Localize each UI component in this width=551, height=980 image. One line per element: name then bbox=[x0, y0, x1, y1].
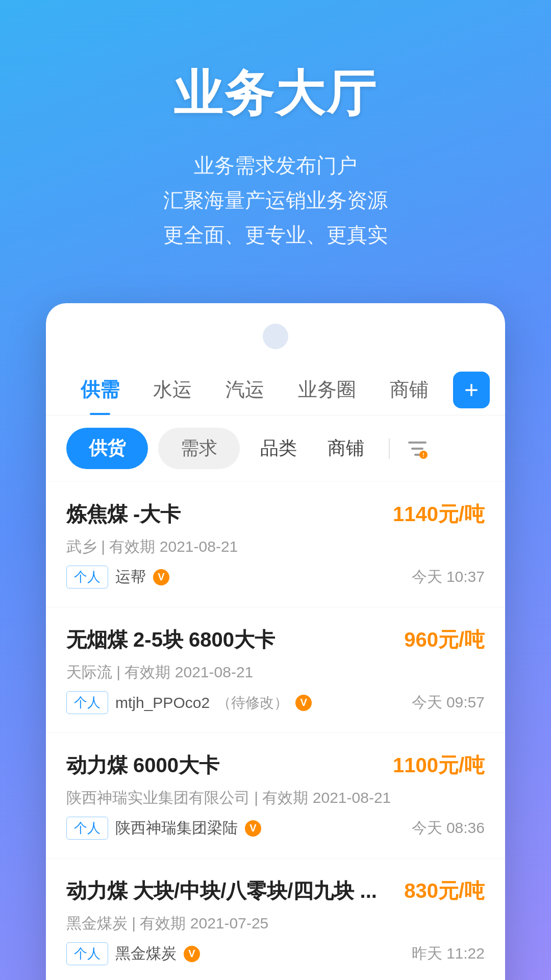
filter-row: 供货 需求 品类 商铺 ! bbox=[46, 415, 505, 482]
card-indicator bbox=[263, 324, 288, 349]
filter-divider bbox=[389, 438, 390, 459]
item-time: 昨天 11:22 bbox=[412, 943, 485, 964]
personal-tag: 个人 bbox=[66, 817, 108, 840]
svg-text:!: ! bbox=[422, 452, 424, 458]
header-section: 业务大厅 业务需求发布门户 汇聚海量产运销业务资源 更全面、更专业、更真实 bbox=[0, 0, 551, 283]
funnel-icon: ! bbox=[406, 437, 429, 460]
personal-tag: 个人 bbox=[66, 566, 108, 589]
tab-supply-demand[interactable]: 供需 bbox=[66, 364, 134, 415]
subtitle: 业务需求发布门户 汇聚海量产运销业务资源 更全面、更专业、更真实 bbox=[31, 148, 520, 252]
svg-rect-1 bbox=[411, 448, 423, 450]
tab-water-transport[interactable]: 水运 bbox=[139, 364, 206, 415]
item-time: 今天 08:36 bbox=[412, 818, 485, 839]
shop-filter-label[interactable]: 商铺 bbox=[317, 428, 374, 469]
item-user: mtjh_PPOco2 bbox=[115, 694, 210, 712]
demand-filter-btn[interactable]: 需求 bbox=[158, 428, 240, 469]
item-meta: 武乡 | 有效期 2021-08-21 bbox=[66, 536, 485, 557]
tab-shop[interactable]: 商铺 bbox=[375, 364, 443, 415]
pending-tag: （待修改） bbox=[217, 693, 288, 713]
v-badge: V bbox=[184, 946, 200, 962]
item-meta: 陕西神瑞实业集团有限公司 | 有效期 2021-08-21 bbox=[66, 788, 485, 808]
item-price: 960元/吨 bbox=[404, 626, 485, 654]
v-badge: V bbox=[245, 820, 261, 837]
item-price: 830元/吨 bbox=[404, 877, 485, 905]
item-time: 今天 09:57 bbox=[412, 692, 485, 713]
personal-tag: 个人 bbox=[66, 942, 108, 965]
item-title: 动力煤 6000大卡 bbox=[66, 751, 383, 779]
tab-business-circle[interactable]: 业务圈 bbox=[284, 364, 370, 415]
subtitle-line1: 业务需求发布门户 bbox=[31, 148, 520, 183]
item-price: 1100元/吨 bbox=[393, 751, 485, 779]
list-content: 炼焦煤 -大卡 1140元/吨 武乡 | 有效期 2021-08-21 个人 运… bbox=[46, 482, 505, 980]
item-user: 黑金煤炭 bbox=[115, 943, 177, 964]
item-meta: 黑金煤炭 | 有效期 2021-07-25 bbox=[66, 913, 485, 934]
item-user: 陕西神瑞集团梁陆 bbox=[115, 818, 238, 839]
subtitle-line2: 汇聚海量产运销业务资源 bbox=[31, 183, 520, 217]
v-badge: V bbox=[295, 695, 312, 711]
item-title: 炼焦煤 -大卡 bbox=[66, 500, 383, 528]
add-button[interactable]: + bbox=[453, 372, 490, 408]
filter-icon-btn[interactable]: ! bbox=[404, 435, 431, 462]
supply-filter-btn[interactable]: 供货 bbox=[66, 428, 148, 469]
main-card: 供需 水运 汽运 业务圈 商铺 + 供货 需求 品类 商铺 ! bbox=[46, 303, 505, 980]
item-time: 今天 10:37 bbox=[412, 567, 485, 587]
item-title: 无烟煤 2-5块 6800大卡 bbox=[66, 626, 394, 654]
item-meta: 天际流 | 有效期 2021-08-21 bbox=[66, 662, 485, 683]
list-item[interactable]: 炼焦煤 -大卡 1140元/吨 武乡 | 有效期 2021-08-21 个人 运… bbox=[46, 482, 505, 607]
personal-tag: 个人 bbox=[66, 691, 108, 714]
tab-road-transport[interactable]: 汽运 bbox=[211, 364, 279, 415]
page-title: 业务大厅 bbox=[31, 61, 520, 128]
svg-rect-0 bbox=[408, 442, 427, 444]
item-user: 运帮 bbox=[115, 567, 146, 587]
item-price: 1140元/吨 bbox=[393, 500, 485, 528]
v-badge: V bbox=[153, 569, 169, 585]
list-item[interactable]: 动力煤 大块/中块/八零块/四九块 ... 830元/吨 黑金煤炭 | 有效期 … bbox=[46, 859, 505, 980]
category-filter-label[interactable]: 品类 bbox=[250, 428, 307, 469]
list-item[interactable]: 无烟煤 2-5块 6800大卡 960元/吨 天际流 | 有效期 2021-08… bbox=[46, 607, 505, 733]
subtitle-line3: 更全面、更专业、更真实 bbox=[31, 217, 520, 252]
nav-tabs: 供需 水运 汽运 业务圈 商铺 + bbox=[46, 364, 505, 415]
plus-icon: + bbox=[464, 378, 479, 402]
item-title: 动力煤 大块/中块/八零块/四九块 ... bbox=[66, 877, 394, 905]
list-item[interactable]: 动力煤 6000大卡 1100元/吨 陕西神瑞实业集团有限公司 | 有效期 20… bbox=[46, 733, 505, 859]
